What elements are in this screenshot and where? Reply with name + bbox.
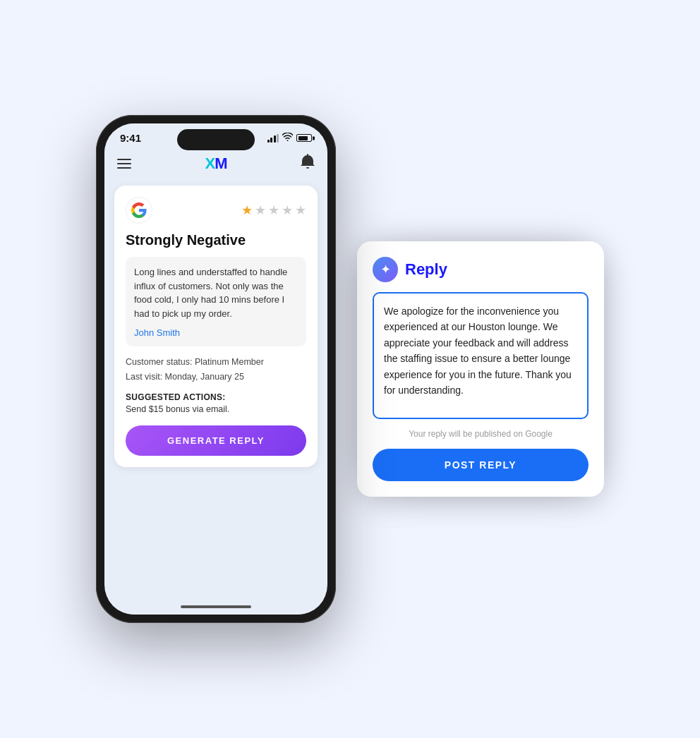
star-rating: ★ ★ ★ ★ ★ [241, 202, 306, 218]
suggested-actions-label: SUGGESTED ACTIONS: [126, 392, 306, 402]
review-card: ★ ★ ★ ★ ★ Strongly Negative Long lines a… [114, 186, 318, 467]
star-3: ★ [268, 202, 279, 218]
status-time: 9:41 [120, 132, 141, 144]
reply-icon: ✦ [373, 257, 398, 282]
review-text: Long lines and understaffed to handle in… [134, 265, 298, 320]
reply-header: ✦ Reply [373, 257, 589, 282]
last-visit: Last visit: Monday, January 25 [126, 370, 306, 385]
logo-m: M [215, 155, 227, 172]
suggested-actions-text: Send $15 bonus via email. [126, 404, 306, 414]
google-logo-icon [126, 197, 152, 224]
scene: 9:41 [96, 115, 604, 623]
home-indicator [104, 599, 327, 615]
home-bar [181, 605, 251, 608]
customer-status: Customer status: Platinum Member [126, 355, 306, 370]
status-icons [267, 133, 313, 143]
star-2: ★ [255, 202, 266, 218]
reply-card: ✦ Reply Your reply will be published on … [357, 241, 604, 497]
reviewer-name: John Smith [134, 327, 298, 338]
app-logo: XM [205, 155, 227, 173]
star-5: ★ [295, 202, 306, 218]
logo-x: X [205, 155, 215, 172]
reply-title: Reply [405, 260, 447, 279]
reply-card-wrapper: ✦ Reply Your reply will be published on … [357, 241, 604, 497]
customer-info: Customer status: Platinum Member Last vi… [126, 355, 306, 385]
review-text-box: Long lines and understaffed to handle in… [126, 257, 306, 346]
menu-icon[interactable] [117, 159, 131, 169]
phone-frame: 9:41 [96, 115, 336, 623]
post-reply-button[interactable]: POST REPLY [373, 449, 589, 481]
star-4: ★ [282, 202, 293, 218]
sentiment-label: Strongly Negative [126, 232, 306, 248]
star-1: ★ [241, 202, 253, 218]
battery-icon [296, 134, 312, 142]
wifi-icon [282, 133, 293, 143]
signal-bars-icon [267, 134, 279, 143]
reply-textarea[interactable] [373, 292, 589, 419]
phone-screen: 9:41 [104, 123, 327, 615]
reply-note: Your reply will be published on Google [373, 429, 589, 439]
dynamic-island [177, 129, 255, 150]
app-header: XM [104, 148, 327, 180]
app-content: ★ ★ ★ ★ ★ Strongly Negative Long lines a… [104, 180, 327, 599]
generate-reply-button[interactable]: GENERATE REPLY [126, 425, 306, 456]
notification-icon[interactable] [301, 154, 315, 173]
card-header: ★ ★ ★ ★ ★ [126, 197, 306, 224]
